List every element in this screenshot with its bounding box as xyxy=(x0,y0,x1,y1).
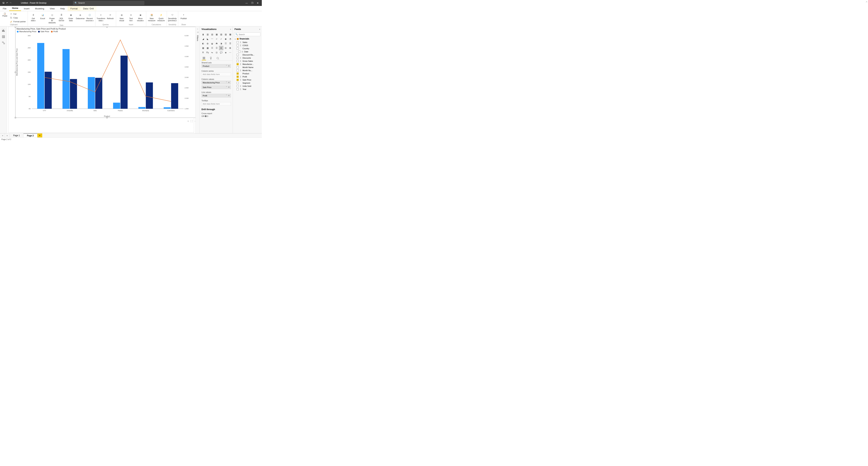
field-row[interactable]: ΣUnits Sold xyxy=(233,85,262,88)
ribbon-button[interactable]: ⛭Transformdata▾ xyxy=(96,12,105,23)
ribbon-button[interactable]: 🧮Newmeasure xyxy=(147,12,156,22)
vis-type-button[interactable]: ◓ xyxy=(215,41,219,46)
field-row[interactable]: ΣGross Sales xyxy=(233,59,262,63)
combo-chart-visual[interactable]: Manufacturing Price, Sale Price and Prof… xyxy=(15,27,195,118)
field-checkbox[interactable] xyxy=(237,45,239,47)
well-column-values-item[interactable]: Sale Price˅✕ xyxy=(202,85,231,89)
field-checkbox[interactable] xyxy=(237,60,239,62)
resize-handle[interactable] xyxy=(106,26,107,28)
vis-type-button[interactable]: ▥ xyxy=(206,32,210,36)
field-checkbox[interactable] xyxy=(237,82,239,84)
field-row[interactable]: ΣMonth Nu... xyxy=(233,69,262,72)
filter-icon[interactable]: ▿ xyxy=(188,120,189,122)
ribbon-button[interactable]: ◫PowerBI datasets xyxy=(48,12,57,24)
field-row[interactable]: ΣYear xyxy=(233,88,262,91)
report-view-button[interactable] xyxy=(2,29,5,32)
tab-data-drill[interactable]: Data / Drill xyxy=(80,6,96,11)
ribbon-button[interactable]: 🕘Recentsources▾ xyxy=(85,12,94,23)
vis-type-button[interactable]: ◍ xyxy=(206,41,210,46)
vis-type-button[interactable]: ◉ xyxy=(224,37,227,41)
field-row[interactable]: Month Name xyxy=(233,66,262,69)
ribbon-button[interactable]: ⚡Quickmeasure xyxy=(157,12,166,22)
toggle-switch[interactable] xyxy=(205,115,209,117)
ribbon-button[interactable]: ⭱Publish xyxy=(179,12,188,20)
page-tab[interactable]: Page 2 xyxy=(24,134,37,138)
field-checkbox[interactable] xyxy=(237,66,239,68)
report-canvas[interactable]: Manufacturing Price, Sale Price and Prof… xyxy=(7,26,195,133)
well-line-values-item[interactable]: Profit˅✕ xyxy=(202,94,231,97)
vis-type-button[interactable]: R xyxy=(201,51,205,54)
field-checkbox[interactable] xyxy=(237,88,239,90)
chevron-down-icon[interactable]: ˅ xyxy=(226,65,227,67)
vis-type-button[interactable]: ⋯ xyxy=(228,51,232,54)
tab-insert[interactable]: Insert xyxy=(21,6,32,11)
cross-report-toggle[interactable]: Off xyxy=(202,115,231,117)
filters-pane-collapsed[interactable]: ‹ ◅ Filters xyxy=(195,26,199,133)
field-row[interactable]: Σ Sales xyxy=(233,41,262,44)
ribbon-button[interactable]: 📊Excel xyxy=(38,12,47,20)
vis-type-button[interactable]: ▩ xyxy=(206,46,210,50)
vis-type-button[interactable]: ◢ xyxy=(201,37,205,41)
resize-handle[interactable] xyxy=(15,26,16,28)
field-checkbox[interactable] xyxy=(237,54,239,56)
ribbon-button[interactable]: ▥Newvisual xyxy=(117,12,126,22)
vis-type-button[interactable]: ▨ xyxy=(224,32,227,36)
minimize-button[interactable]: — xyxy=(245,2,248,4)
field-row[interactable]: ΣCOGS xyxy=(233,44,262,47)
field-checkbox[interactable] xyxy=(237,48,239,50)
vis-type-button[interactable]: ▩ xyxy=(228,32,232,36)
vis-type-button[interactable]: ◒ xyxy=(210,41,214,46)
remove-icon[interactable]: ✕ xyxy=(228,94,230,97)
tab-help[interactable]: Help xyxy=(57,6,68,11)
field-row[interactable]: Segment xyxy=(233,81,262,85)
data-view-button[interactable] xyxy=(2,35,5,39)
field-checkbox[interactable] xyxy=(237,85,239,87)
paste-button[interactable]: 📋 Paste xyxy=(1,12,9,18)
chevron-left-icon[interactable]: ‹ xyxy=(197,28,198,30)
vis-type-button[interactable]: ◑ xyxy=(219,41,223,46)
fields-subtab[interactable] xyxy=(202,56,206,60)
vis-type-button[interactable]: ▧ xyxy=(219,32,223,36)
ribbon-button[interactable]: ATextbox xyxy=(127,12,135,22)
save-icon[interactable]: 🖫 xyxy=(2,2,4,4)
vis-type-button[interactable]: ⊟ xyxy=(224,46,227,50)
model-view-button[interactable] xyxy=(2,41,5,45)
focus-mode-icon[interactable]: ⛶ xyxy=(190,120,193,122)
field-checkbox[interactable] xyxy=(237,41,239,43)
tab-home[interactable]: Home xyxy=(9,6,21,11)
tab-format[interactable]: Format xyxy=(68,6,80,11)
ribbon-button[interactable]: ⟳Refresh xyxy=(106,12,115,20)
vis-type-button[interactable]: ⊞ xyxy=(219,46,223,50)
search-box[interactable]: 🔍 Search xyxy=(73,1,144,5)
analytics-subtab[interactable] xyxy=(216,56,220,60)
remove-icon[interactable]: ✕ xyxy=(228,65,230,67)
vis-type-button[interactable]: ⩫ xyxy=(215,37,219,41)
fields-search[interactable]: 🔍 Search xyxy=(234,32,260,36)
copy-button[interactable]: ⿻Copy xyxy=(9,16,27,20)
vis-type-button[interactable]: ⇋ xyxy=(210,51,214,54)
cut-button[interactable]: ✂Cut xyxy=(9,12,27,16)
field-row[interactable]: ✓ΣProfit xyxy=(233,75,262,78)
chevron-down-icon[interactable]: ⌄ xyxy=(235,38,236,40)
tab-view[interactable]: View xyxy=(47,6,57,11)
resize-handle[interactable] xyxy=(106,117,107,118)
vis-type-button[interactable]: ⫽ xyxy=(219,37,223,41)
vis-type-button[interactable]: ◈ xyxy=(224,51,227,54)
ribbon-button[interactable]: 🛢Getdata▾ xyxy=(29,12,38,23)
well-tooltips-empty[interactable]: Add data fields here xyxy=(202,102,231,106)
ribbon-button[interactable]: ▦Enterdata xyxy=(66,12,75,22)
ribbon-button[interactable]: 🗄SQLServer xyxy=(57,12,66,22)
vis-type-button[interactable]: ⊠ xyxy=(228,46,232,50)
page-nav-next[interactable]: ▸ xyxy=(5,134,10,138)
chevron-down-icon[interactable]: ˅ xyxy=(226,86,227,88)
vis-type-button[interactable]: ☷ xyxy=(224,41,227,46)
add-page-button[interactable]: + xyxy=(37,134,42,138)
chevron-right-icon[interactable]: › xyxy=(259,28,260,30)
maximize-button[interactable]: ❐ xyxy=(251,2,253,4)
field-row[interactable]: ˅☷Date xyxy=(233,50,262,53)
field-row[interactable]: ✓Product xyxy=(233,72,262,75)
vis-type-button[interactable]: ▦ xyxy=(201,46,205,50)
format-painter-button[interactable]: 🖌Format painter xyxy=(9,20,27,23)
field-checkbox[interactable] xyxy=(238,51,241,53)
field-checkbox[interactable] xyxy=(237,57,239,59)
